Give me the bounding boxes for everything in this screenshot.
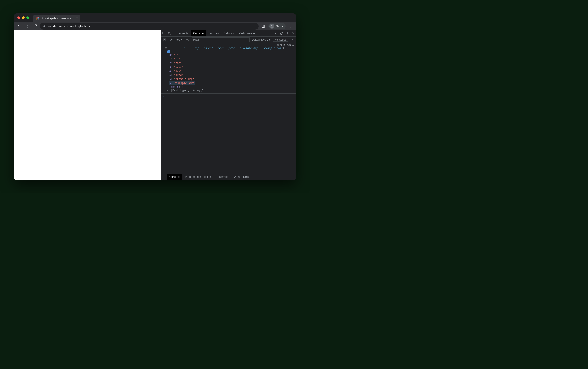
forward-button[interactable] bbox=[24, 23, 30, 30]
clear-console-button[interactable] bbox=[168, 37, 174, 43]
tab-performance[interactable]: Performance bbox=[236, 31, 257, 37]
log-levels-dropdown[interactable]: Default levels ▾ bbox=[251, 38, 272, 41]
panel-left-icon bbox=[163, 38, 166, 41]
console-toolbar: top ▾ Default levels ▾ No Issues bbox=[161, 37, 296, 43]
svg-rect-1 bbox=[262, 25, 265, 27]
panel-icon bbox=[262, 24, 265, 28]
caret-down-icon: ▾ bbox=[181, 38, 182, 41]
array-item[interactable]: 6: "example.bmp" bbox=[169, 77, 296, 81]
drawer-tab-performance-monitor[interactable]: Performance monitor bbox=[182, 174, 214, 180]
svg-rect-0 bbox=[44, 26, 45, 27]
drawer-tab-coverage[interactable]: Coverage bbox=[214, 174, 231, 180]
kebab-icon bbox=[162, 175, 165, 178]
svg-point-18 bbox=[292, 39, 293, 40]
browser-tab[interactable]: 🎉 https://rapid-concise-muscle.g × bbox=[33, 15, 80, 22]
chevron-double-right-icon: » bbox=[275, 32, 276, 35]
chevron-down-icon bbox=[289, 16, 292, 19]
tab-close-icon[interactable]: × bbox=[76, 17, 78, 20]
console-prompt[interactable]: › bbox=[161, 93, 296, 99]
gear-icon bbox=[280, 32, 283, 35]
collapse-triangle-icon[interactable]: ▼ bbox=[165, 46, 168, 50]
log-array-summary[interactable]: ▼ (8) ['.', '..', 'tmp', 'home', 'dev', … bbox=[161, 46, 296, 50]
arrow-right-icon bbox=[25, 24, 29, 28]
reload-button[interactable] bbox=[32, 23, 39, 30]
console-settings-button[interactable] bbox=[289, 37, 295, 43]
info-badge-icon[interactable]: i bbox=[167, 50, 170, 53]
array-length-line: length: 8 bbox=[161, 85, 296, 88]
close-window-button[interactable] bbox=[18, 16, 20, 19]
array-item[interactable]: 4: "dev" bbox=[169, 69, 296, 73]
more-tabs-button[interactable]: » bbox=[273, 31, 279, 37]
device-toolbar-button[interactable] bbox=[167, 31, 172, 37]
array-items-list: 0: "."1: ".."2: "tmp"3: "home"4: "dev"5:… bbox=[161, 53, 296, 85]
svg-point-17 bbox=[187, 39, 188, 40]
svg-point-6 bbox=[291, 27, 291, 28]
array-item[interactable]: 3: "home" bbox=[169, 65, 296, 69]
devtools-panel: Elements Console Sources Network Perform… bbox=[161, 31, 296, 180]
issues-chip[interactable]: No Issues bbox=[273, 38, 288, 42]
back-button[interactable] bbox=[16, 23, 22, 30]
page-viewport[interactable] bbox=[14, 31, 161, 180]
tab-network[interactable]: Network bbox=[221, 31, 236, 37]
lock-icon bbox=[43, 25, 46, 28]
context-selector[interactable]: top ▾ bbox=[175, 37, 184, 43]
array-item[interactable]: 0: "." bbox=[169, 53, 296, 57]
gear-icon bbox=[291, 38, 294, 41]
devtools-menu-button[interactable] bbox=[284, 31, 290, 37]
new-tab-button[interactable]: + bbox=[82, 15, 88, 21]
array-item[interactable]: 2: "tmp" bbox=[169, 61, 296, 65]
profile-chip[interactable]: Guest bbox=[268, 23, 286, 29]
console-output[interactable]: script.js:10 ▼ (8) ['.', '..', 'tmp', 'h… bbox=[161, 43, 296, 174]
kebab-icon bbox=[289, 24, 293, 28]
tab-bar: 🎉 https://rapid-concise-muscle.g × + bbox=[14, 13, 296, 22]
drawer-menu-button[interactable] bbox=[161, 175, 167, 178]
tab-console[interactable]: Console bbox=[191, 31, 206, 37]
kebab-icon bbox=[286, 32, 289, 35]
tab-overflow-button[interactable] bbox=[287, 16, 294, 19]
devtools-settings-button[interactable] bbox=[279, 31, 284, 37]
svg-point-5 bbox=[291, 26, 291, 26]
reload-icon bbox=[33, 24, 37, 28]
prototype-line[interactable]: ▸[[Prototype]]: Array(0) bbox=[161, 88, 296, 92]
live-expression-button[interactable] bbox=[185, 37, 191, 43]
close-icon bbox=[291, 175, 294, 178]
minimize-window-button[interactable] bbox=[22, 16, 25, 19]
devtools-tab-bar: Elements Console Sources Network Perform… bbox=[161, 31, 296, 37]
inspect-element-button[interactable] bbox=[161, 31, 167, 37]
maximize-window-button[interactable] bbox=[26, 16, 29, 19]
svg-point-21 bbox=[163, 178, 164, 178]
devtools-close-button[interactable] bbox=[290, 31, 296, 37]
drawer-close-button[interactable] bbox=[289, 175, 296, 178]
svg-line-16 bbox=[171, 39, 172, 41]
expand-triangle-icon[interactable]: ▸ bbox=[167, 88, 169, 92]
drawer-tab-whats-new[interactable]: What's New bbox=[231, 174, 252, 180]
console-filter-input[interactable] bbox=[192, 37, 250, 42]
array-item[interactable]: 1: ".." bbox=[169, 57, 296, 61]
tab-elements[interactable]: Elements bbox=[174, 31, 191, 37]
tab-sources[interactable]: Sources bbox=[206, 31, 221, 37]
browser-window: 🎉 https://rapid-concise-muscle.g × + rap… bbox=[14, 13, 296, 180]
array-item[interactable]: 7: "example.pbm" bbox=[169, 81, 195, 85]
pointer-icon bbox=[162, 32, 165, 35]
profile-label: Guest bbox=[276, 24, 284, 28]
svg-point-11 bbox=[287, 32, 287, 33]
svg-point-4 bbox=[291, 25, 291, 26]
tab-favicon-icon: 🎉 bbox=[35, 17, 39, 20]
array-item[interactable]: 5: "proc" bbox=[169, 73, 296, 77]
close-icon bbox=[292, 32, 295, 35]
content-area: Elements Console Sources Network Perform… bbox=[14, 31, 296, 180]
side-panel-button[interactable] bbox=[260, 23, 267, 30]
source-link[interactable]: script.js:10 bbox=[161, 43, 296, 46]
levels-label: Default levels bbox=[252, 38, 268, 41]
eye-icon bbox=[186, 38, 189, 41]
address-bar[interactable]: rapid-concise-muscle.glitch.me bbox=[40, 23, 259, 30]
svg-point-13 bbox=[287, 34, 287, 34]
browser-toolbar: rapid-concise-muscle.glitch.me Guest bbox=[14, 22, 296, 31]
svg-point-20 bbox=[163, 177, 164, 177]
browser-menu-button[interactable] bbox=[287, 23, 294, 30]
drawer-tab-console[interactable]: Console bbox=[167, 174, 182, 180]
array-summary-text: (8) ['.', '..', 'tmp', 'home', 'dev', 'p… bbox=[168, 46, 284, 50]
devices-icon bbox=[168, 32, 171, 35]
toggle-sidebar-button[interactable] bbox=[162, 37, 167, 43]
toolbar-right: Guest bbox=[260, 23, 294, 30]
